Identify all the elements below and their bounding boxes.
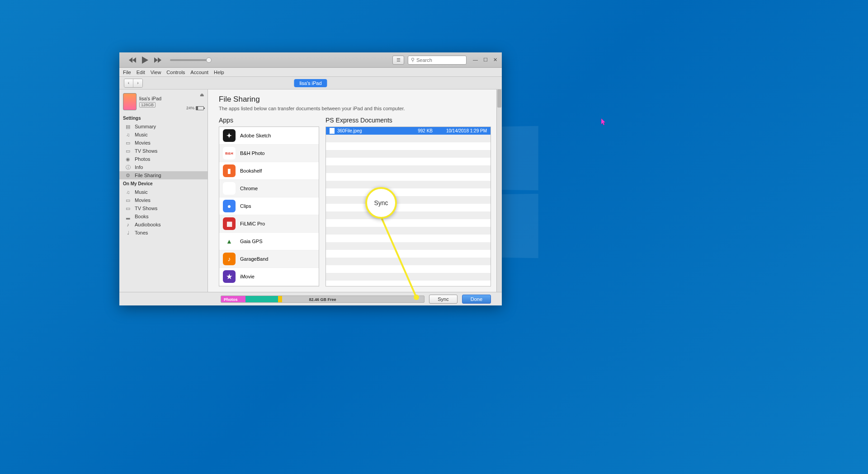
menu-edit[interactable]: Edit bbox=[137, 70, 145, 75]
file-row[interactable] bbox=[326, 150, 491, 158]
app-item-imovie[interactable]: ★iMovie bbox=[219, 268, 319, 286]
file-row[interactable] bbox=[326, 250, 491, 258]
file-row[interactable] bbox=[326, 173, 491, 181]
app-name: Adobe Sketch bbox=[240, 133, 271, 138]
sidebar-item-tv-shows[interactable]: ▭TV Shows bbox=[119, 147, 208, 155]
sidebar-item-label: Tones bbox=[135, 230, 148, 235]
maximize-button[interactable]: ☐ bbox=[483, 57, 488, 63]
app-item-bookshelf[interactable]: ▮Bookshelf bbox=[219, 162, 319, 180]
file-row[interactable] bbox=[326, 258, 491, 265]
app-name: Clips bbox=[240, 203, 251, 209]
file-row[interactable] bbox=[326, 235, 491, 242]
menu-view[interactable]: View bbox=[151, 70, 161, 75]
sidebar-item-label: Movies bbox=[135, 140, 151, 145]
sidebar-item-tones[interactable]: ♩Tones bbox=[119, 229, 208, 237]
list-view-button[interactable]: ☰ bbox=[392, 56, 404, 65]
sidebar-item-label: Info bbox=[135, 164, 143, 170]
done-button[interactable]: Done bbox=[462, 295, 491, 304]
file-row[interactable]: 360File.jpeg992 KB10/14/2018 1:29 PM bbox=[326, 127, 491, 135]
previous-track-button[interactable] bbox=[128, 56, 137, 64]
device-pill[interactable]: lisa's iPad bbox=[294, 79, 327, 87]
sidebar-item-audiobooks[interactable]: ♪Audiobooks bbox=[119, 221, 208, 229]
file-row[interactable] bbox=[326, 242, 491, 250]
file-row[interactable] bbox=[326, 142, 491, 150]
menu-controls[interactable]: Controls bbox=[166, 70, 185, 75]
app-item-b-h-photo[interactable]: B&HB&H Photo bbox=[219, 145, 319, 162]
storage-photos-label: Photos bbox=[224, 296, 238, 303]
search-icon: ⚲ bbox=[411, 57, 415, 63]
app-icon: ▲ bbox=[223, 235, 236, 248]
storage-bar: Photos 82.46 GB Free bbox=[221, 296, 425, 303]
sidebar-item-photos[interactable]: ◉Photos bbox=[119, 155, 208, 163]
sidebar-item-movies[interactable]: ▭Movies bbox=[119, 196, 208, 204]
sidebar-item-info[interactable]: ⓘInfo bbox=[119, 163, 208, 171]
search-input[interactable] bbox=[416, 57, 457, 63]
sidebar-item-icon: ♪ bbox=[125, 222, 131, 227]
sidebar-item-file-sharing[interactable]: ⚙File Sharing bbox=[119, 171, 208, 179]
file-icon bbox=[330, 128, 335, 134]
menu-file[interactable]: File bbox=[123, 70, 131, 75]
file-row[interactable] bbox=[326, 204, 491, 211]
file-size: 992 KB bbox=[406, 128, 433, 133]
sidebar-item-icon: ⚙ bbox=[125, 173, 131, 178]
app-item-filmic-pro[interactable]: ▦FiLMiC Pro bbox=[219, 215, 319, 233]
device-block[interactable]: lisa's iPad 128GB ⏏ 24% bbox=[119, 89, 208, 114]
apps-header: Apps bbox=[219, 117, 319, 124]
sidebar-item-summary[interactable]: ▤Summary bbox=[119, 122, 208, 131]
app-icon: ◉ bbox=[223, 182, 236, 195]
menu-bar: File Edit View Controls Account Help bbox=[119, 68, 502, 77]
file-row[interactable] bbox=[326, 196, 491, 204]
file-row[interactable] bbox=[326, 135, 491, 142]
footer: Photos 82.46 GB Free Sync Done bbox=[119, 292, 502, 305]
file-row[interactable] bbox=[326, 265, 491, 273]
close-button[interactable]: ✕ bbox=[493, 57, 497, 63]
sync-button[interactable]: Sync bbox=[429, 295, 457, 304]
file-row[interactable] bbox=[326, 158, 491, 165]
titlebar: ☰ ⚲ — ☐ ✕ bbox=[119, 52, 502, 68]
scrollbar[interactable] bbox=[496, 89, 502, 292]
app-icon: ● bbox=[223, 200, 236, 212]
app-name: iMovie bbox=[240, 274, 255, 279]
app-icon: ★ bbox=[223, 270, 236, 283]
navigation-row: ‹ › lisa's iPad bbox=[119, 77, 502, 89]
menu-account[interactable]: Account bbox=[190, 70, 208, 75]
file-row[interactable] bbox=[326, 165, 491, 173]
itunes-window: ☰ ⚲ — ☐ ✕ File Edit View Controls Accoun… bbox=[119, 52, 502, 305]
search-field[interactable]: ⚲ bbox=[408, 56, 467, 65]
sidebar-item-icon: ▭ bbox=[125, 197, 131, 203]
sidebar-item-movies[interactable]: ▭Movies bbox=[119, 139, 208, 147]
file-row[interactable] bbox=[326, 188, 491, 196]
app-item-gaia-gps[interactable]: ▲Gaia GPS bbox=[219, 233, 319, 250]
device-capacity-badge: 128GB bbox=[139, 102, 156, 108]
app-item-chrome[interactable]: ◉Chrome bbox=[219, 180, 319, 197]
file-row[interactable] bbox=[326, 211, 491, 219]
file-row[interactable] bbox=[326, 219, 491, 227]
sidebar-item-icon: ◉ bbox=[125, 156, 131, 162]
app-item-garageband[interactable]: ♪GarageBand bbox=[219, 250, 319, 268]
app-item-adobe-sketch[interactable]: ✦Adobe Sketch bbox=[219, 127, 319, 145]
file-row[interactable] bbox=[326, 227, 491, 235]
menu-help[interactable]: Help bbox=[214, 70, 224, 75]
app-item-clips[interactable]: ●Clips bbox=[219, 197, 319, 215]
eject-icon[interactable]: ⏏ bbox=[200, 92, 204, 97]
documents-list[interactable]: 360File.jpeg992 KB10/14/2018 1:29 PM bbox=[326, 127, 491, 286]
file-row[interactable] bbox=[326, 273, 491, 281]
page-title: File Sharing bbox=[219, 95, 491, 104]
sidebar-item-icon: ▂ bbox=[125, 214, 131, 220]
volume-slider[interactable] bbox=[170, 59, 210, 61]
sidebar-item-music[interactable]: ♫Music bbox=[119, 188, 208, 196]
on-my-device-header: On My Device bbox=[119, 179, 208, 188]
minimize-button[interactable]: — bbox=[473, 57, 478, 63]
device-name: lisa's iPad bbox=[139, 96, 161, 101]
sidebar-item-tv-shows[interactable]: ▭TV Shows bbox=[119, 204, 208, 212]
play-button[interactable] bbox=[141, 56, 149, 64]
sidebar-item-books[interactable]: ▂Books bbox=[119, 212, 208, 221]
sidebar-item-music[interactable]: ♫Music bbox=[119, 131, 208, 139]
apps-list[interactable]: ✦Adobe SketchB&HB&H Photo▮Bookshelf◉Chro… bbox=[219, 127, 319, 286]
nav-forward-button[interactable]: › bbox=[133, 79, 142, 87]
sidebar-item-icon: ▭ bbox=[125, 140, 131, 146]
next-track-button[interactable] bbox=[154, 56, 162, 64]
nav-back-button[interactable]: ‹ bbox=[124, 79, 133, 87]
file-row[interactable] bbox=[326, 181, 491, 188]
app-name: FiLMiC Pro bbox=[240, 221, 265, 226]
